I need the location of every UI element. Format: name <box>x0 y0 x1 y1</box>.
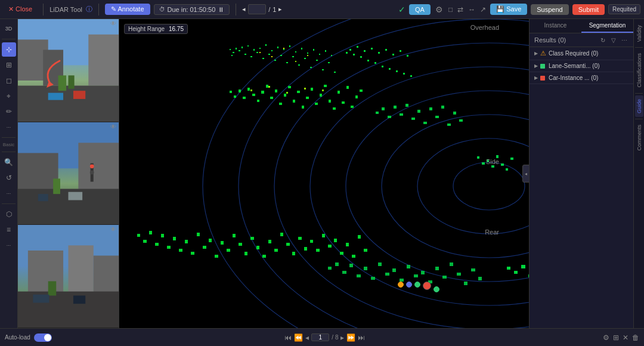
tool-layer-button[interactable]: ≡ <box>2 223 16 237</box>
lane-semantic-section[interactable]: ▶ Lane-Semanti... (0) <box>530 60 633 72</box>
play-prev-button[interactable]: ⏪ <box>294 333 303 342</box>
annotate-button[interactable]: ✎ Annotate <box>105 4 150 15</box>
results-more-icon[interactable]: ⋯ <box>620 36 628 44</box>
right-panel-tabs: Instance Segmentation <box>530 19 633 33</box>
tool-cursor-button[interactable]: ⊹ <box>2 42 16 57</box>
save-button[interactable]: 💾 Save <box>490 4 527 15</box>
svg-rect-165 <box>191 252 194 255</box>
timer-pause-icon[interactable]: ⏸ <box>218 6 224 13</box>
svg-rect-72 <box>331 55 332 56</box>
svg-rect-67 <box>316 60 318 61</box>
far-tab-validity[interactable]: Validity <box>635 21 643 45</box>
tab-instance[interactable]: Instance <box>530 19 581 33</box>
svg-rect-22 <box>69 246 94 297</box>
icon-swap[interactable]: ⇄ <box>457 5 463 14</box>
far-tab-comments[interactable]: Comments <box>635 121 643 155</box>
main-area: 3D ⊹ ⊞ ◻ ⌖ ✏ ··· Basic 🔍 ↺ ··· ⬡ ≡ ··· <box>0 19 644 328</box>
camera-panel-1[interactable]: 👁 <box>18 19 119 122</box>
tool-more2-button[interactable]: ··· <box>2 186 16 200</box>
far-tab-guide[interactable]: Guide <box>635 95 643 117</box>
settings-icon[interactable]: ⚙ <box>435 5 443 14</box>
side-panel-toggle[interactable]: ◂ <box>522 165 529 183</box>
tool-rect-button[interactable]: ◻ <box>2 73 16 88</box>
play-prev-prev-button[interactable]: ⏮ <box>284 333 292 342</box>
svg-rect-66 <box>313 49 314 51</box>
right-panel: Instance Segmentation Results (0) ↻ ▽ ⋯ … <box>529 19 633 328</box>
nav-dot-1[interactable] <box>398 282 404 288</box>
svg-rect-117 <box>315 103 318 105</box>
tool-3d-button[interactable]: 3D <box>2 21 16 36</box>
svg-rect-73 <box>334 72 336 73</box>
bottom-close-icon[interactable]: ✕ <box>623 333 628 342</box>
svg-rect-131 <box>304 88 306 89</box>
camera-eye-icon-3[interactable]: 👁 <box>110 226 116 233</box>
annotate-label: ✎ Annotate <box>111 5 144 13</box>
camera-eye-icon-2[interactable]: 👁 <box>110 123 116 130</box>
tool-more3-button[interactable]: ··· <box>2 238 16 252</box>
play-next-next-button[interactable]: ⏩ <box>346 333 355 342</box>
play-page-input[interactable] <box>311 333 329 341</box>
svg-rect-100 <box>239 89 241 92</box>
tool-rotate-button[interactable]: ↺ <box>2 171 16 185</box>
nav-dot-5[interactable] <box>434 286 439 292</box>
svg-rect-145 <box>447 123 451 126</box>
info-icon[interactable]: ⓘ <box>86 5 92 14</box>
autoload-toggle[interactable] <box>34 333 52 342</box>
tool-hex-button[interactable]: ⬡ <box>2 207 16 221</box>
bottom-settings-icon[interactable]: ⚙ <box>603 333 609 342</box>
svg-rect-96 <box>407 55 408 57</box>
close-button[interactable]: ✕ Close <box>4 4 37 14</box>
page-input[interactable]: 1 <box>248 4 266 14</box>
tab-segmentation[interactable]: Segmentation <box>581 19 633 33</box>
page-prev-icon[interactable]: ◂ <box>242 5 246 13</box>
icon-share[interactable]: ↗ <box>480 5 486 14</box>
tool-zoom-button[interactable]: 🔍 <box>2 155 16 169</box>
play-forward-button[interactable]: ▸ <box>340 333 344 342</box>
svg-rect-184 <box>304 247 307 251</box>
svg-rect-186 <box>316 249 320 252</box>
nav-dot-3[interactable] <box>414 282 420 288</box>
nav-dot-2[interactable] <box>406 282 412 288</box>
suspend-button[interactable]: Suspend <box>531 4 568 15</box>
svg-rect-23 <box>94 256 119 297</box>
class-required-label: Class Required (0) <box>549 50 598 57</box>
icon-expand[interactable]: ↔ <box>468 5 475 14</box>
bottom-expand-icon[interactable]: ⊞ <box>613 333 619 342</box>
tool-pen-button[interactable]: ✏ <box>2 104 16 119</box>
svg-rect-85 <box>367 60 369 61</box>
camera-panel-3[interactable]: 👁 <box>18 225 119 328</box>
svg-rect-93 <box>396 70 398 72</box>
submit-button[interactable]: Submit <box>572 4 605 15</box>
svg-rect-6 <box>69 75 75 88</box>
results-refresh-icon[interactable]: ↻ <box>599 36 607 44</box>
tool-polygon-button[interactable]: ⌖ <box>2 89 16 103</box>
play-back-button[interactable]: ◂ <box>305 333 309 342</box>
nav-dot-4[interactable] <box>423 282 431 290</box>
svg-rect-104 <box>257 100 259 102</box>
lidar-viewport[interactable]: Height Range 16.75 Overhead Side Rear ◂ <box>119 19 529 328</box>
play-last-button[interactable]: ⏭ <box>358 333 365 342</box>
svg-rect-191 <box>346 243 349 246</box>
svg-rect-198 <box>349 264 353 267</box>
svg-rect-114 <box>302 106 304 109</box>
camera-panel-2[interactable]: 👁 <box>18 122 119 225</box>
car-instance-section[interactable]: ▶ Car-Instance ... (0) <box>530 72 633 84</box>
camera-eye-icon-1[interactable]: 👁 <box>110 20 116 27</box>
class-required-section[interactable]: ▶ ⚠ Class Required (0) <box>530 47 633 60</box>
far-tab-classifications[interactable]: Classifications <box>635 50 643 91</box>
tool-more1-button[interactable]: ··· <box>2 120 16 134</box>
svg-rect-154 <box>506 168 508 171</box>
results-filter-icon[interactable]: ▽ <box>609 36 618 44</box>
icon-square[interactable]: □ <box>448 5 453 14</box>
svg-rect-91 <box>389 68 391 70</box>
page-next-icon[interactable]: ▸ <box>278 5 282 13</box>
svg-rect-89 <box>382 66 383 67</box>
svg-rect-62 <box>301 48 302 50</box>
svg-rect-120 <box>329 100 331 103</box>
svg-rect-169 <box>215 255 218 258</box>
svg-rect-4 <box>18 86 119 122</box>
bottom-trash-icon[interactable]: 🗑 <box>632 333 639 342</box>
qa-button[interactable]: QA <box>409 4 431 15</box>
tool-select-button[interactable]: ⊞ <box>2 58 16 72</box>
svg-rect-44 <box>247 45 249 47</box>
